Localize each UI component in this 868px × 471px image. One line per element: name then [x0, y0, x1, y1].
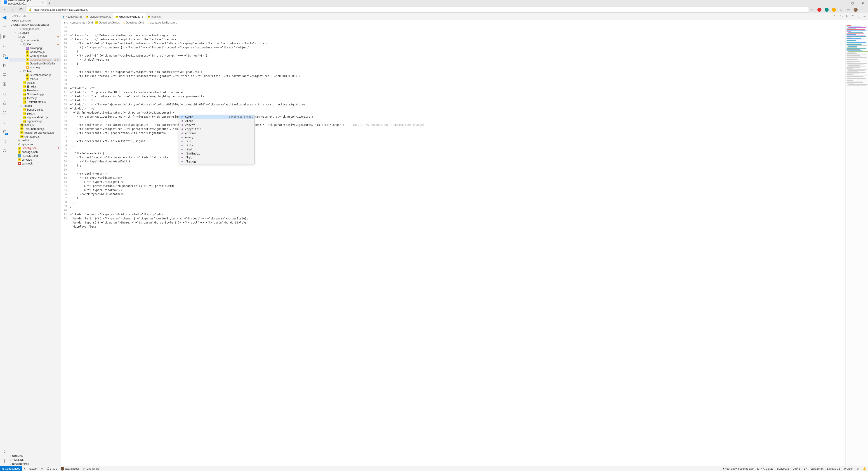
file-item[interactable]: JSindex.js — [9, 123, 61, 127]
file-item[interactable]: JSpins.js — [9, 112, 61, 115]
suggest-item[interactable]: ⊕filter — [179, 143, 254, 147]
breadcrumb-segment[interactable]: ◫updateActiveSignature — [147, 21, 177, 24]
code-line[interactable]: ="tk-cmnt"> // before we attempt to star… — [70, 37, 845, 41]
file-item[interactable]: ◆yarn.lock — [9, 161, 61, 165]
favorites-icon[interactable]: ✩ — [839, 8, 843, 12]
suggest-item[interactable]: ⊕find — [179, 147, 254, 152]
outline-section[interactable]: › OUTLINE — [9, 454, 61, 458]
code-line[interactable]: ="tk-decl">return ( — [70, 172, 845, 176]
account-icon[interactable] — [2, 449, 7, 455]
folder-item[interactable]: ⌄components — [9, 38, 61, 42]
code-line[interactable] — [70, 168, 845, 172]
folder-item[interactable]: ⌄model — [9, 104, 61, 108]
extension-icon[interactable] — [817, 8, 822, 12]
run-icon[interactable] — [846, 15, 849, 19]
code-line[interactable]: ="tk-decl">return; — [70, 58, 845, 62]
file-item[interactable]: JSTwitterButton.js — [9, 100, 61, 104]
blame-indicator[interactable]: ◔ You, a few seconds ago — [720, 467, 755, 470]
file-item[interactable]: JSHeader.js — [9, 88, 61, 92]
code-line[interactable]: } — [70, 200, 845, 204]
code-line[interactable]: ="tk-doc"> /** — [70, 86, 845, 90]
undo-icon[interactable] — [840, 15, 843, 19]
code-line[interactable]: )); — [70, 164, 845, 168]
code-line[interactable]: <="tk-type">GridLegend /> — [70, 180, 845, 184]
code-line[interactable]: ({ ="tk-param">signature }) ="tk-decl">=… — [70, 46, 845, 50]
browser-tab[interactable]: GuestbookGrid.js - guestbook (C... ✕ — [1, 0, 46, 6]
file-item[interactable]: JSSubheading.js — [9, 92, 61, 96]
file-item[interactable]: ⚙.eslintrc — [9, 139, 61, 142]
code-line[interactable]: ); — [70, 196, 845, 200]
file-item[interactable]: JSGuestbookGrid.js2, M — [9, 58, 61, 62]
code-line[interactable]: ="tk-doc"> * Updates the UI to visually … — [70, 90, 845, 94]
editor-tab[interactable]: JSGuestbookGrid.js● — [113, 13, 146, 20]
compare-icon[interactable] — [834, 15, 837, 19]
file-item[interactable]: JSregisterServiceWorker.js — [9, 131, 61, 135]
suggest-item[interactable]: ⊕concat — [179, 123, 254, 127]
star-icon[interactable]: ☆ — [811, 8, 814, 11]
code-line[interactable]: border-top: ${({ ="tk-param">theme: { ="… — [70, 220, 845, 225]
code-line[interactable]: ="tk-decl">if (="tk-param">activeSignatu… — [70, 54, 845, 58]
run-debug-icon[interactable] — [2, 62, 7, 68]
suggest-item[interactable]: ⊕clear — [179, 119, 254, 123]
suggest-item[interactable]: ⊕entries — [179, 131, 254, 135]
more-icon[interactable]: ··· — [863, 15, 866, 19]
autocomplete-popup[interactable]: ▢Symbolinterface Symbol⊕clear⊕concat⊕cop… — [179, 115, 254, 164]
branch-indicator[interactable]: master* — [22, 466, 39, 471]
file-item[interactable]: JSserver.js — [9, 158, 61, 161]
profile-avatar[interactable] — [854, 8, 858, 12]
code-line[interactable]: ="tk-fn">updateActiveSignature(="tk-para… — [70, 111, 845, 115]
refresh-button[interactable] — [18, 7, 24, 13]
new-tab-button[interactable]: + — [46, 0, 52, 6]
file-item[interactable]: JSGridLegend.js — [9, 54, 61, 58]
file-item[interactable]: ▣logo.svg — [9, 65, 61, 69]
codespaces-icon[interactable] — [2, 148, 7, 153]
file-item[interactable]: ▤arrow.png — [9, 46, 61, 50]
remote-explorer-icon[interactable] — [2, 72, 7, 77]
suggest-item[interactable]: ⊕flatMap — [179, 160, 254, 164]
source-control-icon[interactable]: 1 — [2, 53, 7, 58]
azure-icon[interactable] — [2, 100, 7, 106]
liveshare-indicator[interactable]: Live Share — [81, 466, 101, 471]
file-item[interactable]: JSbonusCells.js — [9, 108, 61, 112]
cursor-position[interactable]: Ln 47, Col 27 — [755, 467, 775, 470]
maximize-button[interactable]: ▢ — [847, 0, 858, 6]
extensions-icon[interactable] — [2, 82, 7, 87]
file-item[interactable]: JSEmoji.js — [9, 85, 61, 88]
forward-button[interactable] — [10, 7, 16, 13]
code-line[interactable]: ="tk-decl">this.="tk-fn">updateActiveSig… — [70, 70, 845, 74]
breadcrumb-segment[interactable]: Grid — [88, 21, 93, 24]
liveshare-icon[interactable] — [2, 119, 7, 125]
folder-item[interactable]: ›public — [9, 31, 61, 35]
more-icon[interactable]: ··· — [56, 14, 58, 17]
file-item[interactable]: JSsignatures.js — [9, 119, 61, 123]
breadcrumb-segment[interactable]: ◫GuestbookGrid — [122, 21, 144, 24]
feedback-icon[interactable]: ☺ — [855, 467, 861, 470]
collections-icon[interactable]: ▭ — [846, 8, 850, 12]
code-line[interactable]: ="tk-doc"> * ="tk-key">@param {="tk-type… — [70, 102, 845, 107]
code-line[interactable]: ="tk-decl">const ="tk-param">Grid = styl… — [70, 212, 845, 216]
code-line[interactable]: ="tk-doc"> * — [70, 98, 845, 102]
breadcrumb-segment[interactable]: JSGuestbookGrid.js — [95, 21, 120, 24]
file-item[interactable]: JSsignatureMatrix.js — [9, 115, 61, 119]
github-icon[interactable] — [2, 110, 7, 115]
language-indicator[interactable]: JavaScript — [809, 467, 825, 470]
close-window-button[interactable]: ✕ — [858, 0, 868, 6]
vscode-logo[interactable] — [2, 15, 7, 20]
file-item[interactable]: JSApp.js — [9, 81, 61, 85]
file-item[interactable]: ↓README.md — [9, 154, 61, 158]
folder-item[interactable]: ⌄src● — [9, 35, 61, 38]
suggest-item[interactable]: ▢Symbolinterface Symbol — [179, 115, 254, 119]
testing-icon[interactable] — [2, 91, 7, 96]
codespaces-badge[interactable]: ⟩⟨ Codespaces — [0, 466, 22, 471]
suggest-item[interactable]: ⊕copyWithin — [179, 127, 254, 131]
code-line[interactable]: <="tk-type">GridArrow /> — [70, 188, 845, 192]
minimap[interactable] — [845, 25, 868, 466]
timeline-section[interactable]: › TIMELINE — [9, 458, 61, 462]
gear-icon[interactable] — [2, 458, 7, 464]
file-item[interactable]: JSLiveShare.test.js — [9, 127, 61, 131]
code-line[interactable]: display: flex; — [70, 225, 845, 229]
problems-indicator[interactable]: ⓧ3 ⚠0 — [45, 466, 59, 471]
repo-section[interactable]: ⌄ GUESTBOOK [CODESPACES] — [9, 23, 61, 27]
editor-tab[interactable]: JSindex.js — [146, 13, 163, 20]
code-line[interactable]: </="tk-type">GridContainer> — [70, 192, 845, 196]
